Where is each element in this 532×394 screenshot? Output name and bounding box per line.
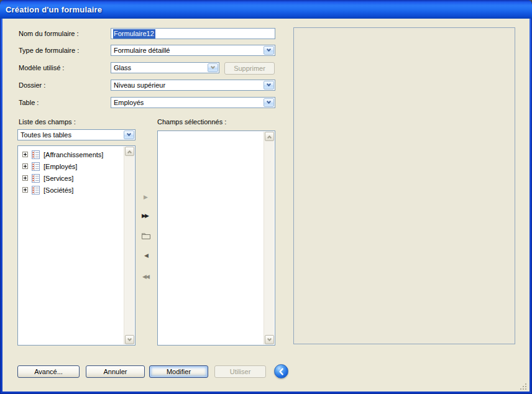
fields-filter-select[interactable]: Toutes les tables (17, 129, 135, 140)
table-icon (32, 174, 40, 183)
scroll-down-button[interactable] (125, 335, 134, 344)
tree-item[interactable]: [Affranchissements] (18, 149, 124, 160)
table-icon (32, 186, 40, 195)
selected-scrollbar[interactable] (264, 132, 274, 344)
add-all-fields-button[interactable]: ▶▶ (142, 213, 148, 219)
table-icon (32, 150, 40, 159)
selected-fields-label: Champs sélectionnés : (157, 118, 226, 126)
form-model-select[interactable]: Glass (111, 62, 219, 73)
remove-all-fields-button[interactable]: ◀◀ (142, 274, 149, 280)
tree-item-label: [Employés] (44, 163, 77, 170)
folder-button[interactable] (141, 232, 151, 240)
scroll-down-button[interactable] (265, 335, 274, 344)
form-folder-dropdown-button[interactable] (264, 81, 274, 89)
back-button[interactable] (274, 364, 288, 378)
form-model-label: Modèle utilisé : (19, 64, 64, 71)
form-folder-label: Dossier : (19, 81, 45, 89)
chevron-down-icon (127, 336, 132, 341)
use-button[interactable]: Utiliser (214, 365, 266, 378)
dialog-body: Nom du formulaire : Formulaire12 Type de… (2, 19, 530, 392)
chevron-down-icon (267, 47, 271, 52)
add-field-button[interactable]: ▶ (144, 195, 147, 200)
dialog-window: Création d'un formulaire Nom du formulai… (0, 0, 532, 394)
tree-item[interactable]: [Employés] (18, 160, 124, 172)
form-type-value: Formulaire détaillé (111, 47, 264, 54)
chevron-up-icon (127, 150, 132, 154)
tree-item[interactable]: [Services] (18, 172, 124, 184)
form-model-dropdown-button[interactable] (208, 63, 218, 72)
modify-button[interactable]: Modifier (149, 365, 208, 378)
selected-fields-list[interactable] (157, 131, 275, 346)
form-name-input[interactable]: Formulaire12 (111, 28, 275, 39)
form-preview-panel (293, 27, 515, 344)
form-type-select[interactable]: Formulaire détaillé (111, 45, 275, 56)
form-name-label: Nom du formulaire : (19, 30, 79, 37)
resize-grip[interactable] (520, 382, 528, 391)
form-table-select[interactable]: Employés (111, 97, 275, 108)
chevron-down-icon (267, 336, 272, 341)
expand-icon[interactable] (22, 163, 28, 169)
chevron-down-icon (127, 132, 131, 136)
table-icon (32, 162, 40, 171)
cancel-button[interactable]: Annuler (86, 365, 145, 378)
tree-item-label: [Services] (44, 175, 73, 182)
tree-scrollbar[interactable] (124, 147, 134, 344)
form-table-value: Employés (111, 99, 264, 106)
window-title: Création d'un formulaire (6, 5, 102, 14)
fields-filter-value: Toutes les tables (18, 131, 124, 139)
chevron-left-icon (278, 368, 284, 375)
tree-item-label: [Sociétés] (44, 186, 73, 194)
form-table-dropdown-button[interactable] (264, 98, 274, 107)
fields-tree[interactable]: [Affranchissements] [Employés] [Services… (17, 145, 135, 346)
title-bar[interactable]: Création d'un formulaire (0, 0, 532, 19)
fields-filter-dropdown-button[interactable] (124, 131, 134, 139)
form-type-dropdown-button[interactable] (264, 46, 274, 55)
delete-model-button[interactable]: Supprimer (224, 62, 275, 75)
form-table-label: Table : (19, 99, 39, 106)
scroll-up-button[interactable] (265, 132, 274, 141)
chevron-down-icon (267, 82, 271, 86)
form-type-label: Type de formulaire : (19, 47, 79, 54)
tree-item[interactable]: [Sociétés] (18, 184, 124, 196)
fields-list-label: Liste des champs : (19, 118, 76, 126)
tree-item-label: [Affranchissements] (44, 151, 103, 158)
form-name-value: Formulaire12 (113, 29, 155, 39)
chevron-down-icon (267, 99, 271, 104)
remove-field-button[interactable]: ◀ (144, 253, 147, 259)
expand-icon[interactable] (22, 187, 28, 193)
expand-icon[interactable] (22, 152, 28, 157)
scroll-up-button[interactable] (125, 147, 134, 156)
expand-icon[interactable] (22, 175, 28, 181)
chevron-down-icon (211, 65, 215, 69)
form-folder-value: Niveau supérieur (111, 81, 264, 89)
form-model-value: Glass (111, 64, 208, 71)
form-folder-select[interactable]: Niveau supérieur (111, 80, 275, 91)
chevron-up-icon (267, 135, 272, 139)
advanced-button[interactable]: Avancé... (17, 365, 80, 378)
